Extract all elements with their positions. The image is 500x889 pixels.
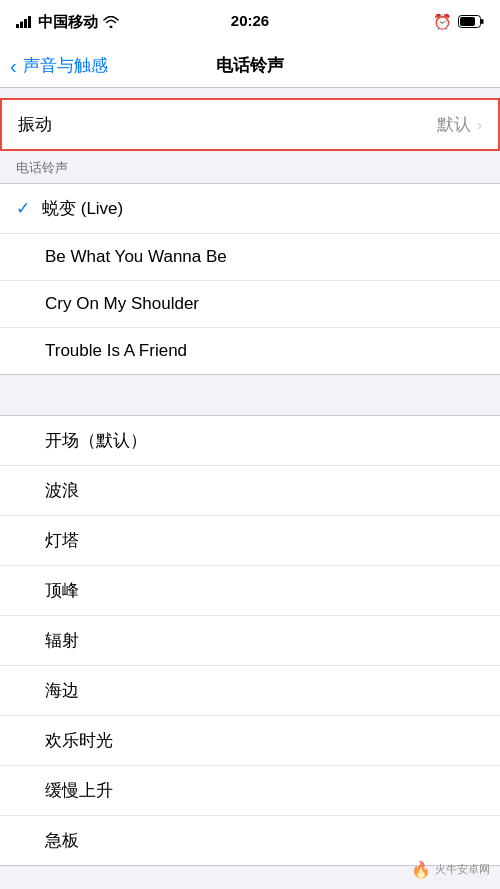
tone-label-peak: 顶峰 <box>45 579 484 602</box>
signal-icon <box>16 14 33 31</box>
content-area: 振动 默认 › 电话铃声 ✓ 蜕变 (Live) Be What You Wan… <box>0 88 500 889</box>
list-item[interactable]: Trouble Is A Friend <box>0 328 500 374</box>
vibration-label: 振动 <box>18 113 52 136</box>
wifi-icon <box>103 14 119 31</box>
ringtone-label-metamorphosis: 蜕变 (Live) <box>42 197 484 220</box>
list-item[interactable]: 欢乐时光 <box>0 716 500 766</box>
alarm-icon: ⏰ <box>433 13 452 31</box>
vibration-default-text: 默认 <box>437 113 471 136</box>
svg-rect-1 <box>20 21 23 28</box>
svg-rect-3 <box>28 16 31 28</box>
svg-rect-5 <box>460 17 475 26</box>
status-bar: 中国移动 20:26 ⏰ <box>0 0 500 44</box>
list-item[interactable]: 缓慢上升 <box>0 766 500 816</box>
vibration-section[interactable]: 振动 默认 › <box>0 98 500 151</box>
ringtone-label-trouble: Trouble Is A Friend <box>45 341 484 361</box>
ringtone-label-cry: Cry On My Shoulder <box>45 294 484 314</box>
status-right-icons: ⏰ <box>433 13 484 31</box>
tone-label-lighthouse: 灯塔 <box>45 529 484 552</box>
list-item[interactable]: Cry On My Shoulder <box>0 281 500 328</box>
tone-label-allegro: 急板 <box>45 829 484 852</box>
tone-label-radiate: 辐射 <box>45 629 484 652</box>
tone-label-wave: 波浪 <box>45 479 484 502</box>
vibration-right: 默认 › <box>437 113 482 136</box>
list-item[interactable]: 灯塔 <box>0 516 500 566</box>
vibration-row[interactable]: 振动 默认 › <box>2 100 498 149</box>
navigation-bar: ‹ 声音与触感 电话铃声 <box>0 44 500 88</box>
carrier-name: 中国移动 <box>38 13 98 32</box>
list-item[interactable]: 急板 <box>0 816 500 865</box>
svg-rect-0 <box>16 24 19 28</box>
list-item[interactable]: ✓ 蜕变 (Live) <box>0 184 500 234</box>
back-button[interactable]: ‹ 声音与触感 <box>10 54 108 77</box>
vibration-chevron-icon: › <box>477 117 482 133</box>
status-time: 20:26 <box>231 12 269 29</box>
tone-label-open: 开场（默认） <box>45 429 484 452</box>
battery-icon <box>458 14 484 31</box>
ringtone-list: ✓ 蜕变 (Live) Be What You Wanna Be Cry On … <box>0 183 500 375</box>
checkmark-icon: ✓ <box>16 198 30 219</box>
tone-label-happy-time: 欢乐时光 <box>45 729 484 752</box>
back-label: 声音与触感 <box>23 54 108 77</box>
ringtone-section-label: 电话铃声 <box>0 151 500 183</box>
svg-rect-2 <box>24 19 27 28</box>
list-item[interactable]: Be What You Wanna Be <box>0 234 500 281</box>
svg-rect-6 <box>481 19 484 24</box>
list-item[interactable]: 辐射 <box>0 616 500 666</box>
watermark-icon: 🔥 <box>411 860 431 879</box>
tone-label-seaside: 海边 <box>45 679 484 702</box>
list-item[interactable]: 开场（默认） <box>0 416 500 466</box>
list-item[interactable]: 海边 <box>0 666 500 716</box>
back-chevron-icon: ‹ <box>10 56 17 76</box>
list-item[interactable]: 顶峰 <box>0 566 500 616</box>
watermark: 🔥 火牛安卓网 <box>411 860 490 879</box>
system-tones-list: 开场（默认） 波浪 灯塔 顶峰 辐射 海边 欢乐时光 缓慢上升 <box>0 415 500 866</box>
list-item[interactable]: 波浪 <box>0 466 500 516</box>
watermark-text: 火牛安卓网 <box>435 862 490 877</box>
section-separator <box>0 375 500 395</box>
tone-label-slow-rise: 缓慢上升 <box>45 779 484 802</box>
ringtone-label-be-what: Be What You Wanna Be <box>45 247 484 267</box>
carrier-info: 中国移动 <box>16 13 119 32</box>
page-title: 电话铃声 <box>216 54 284 77</box>
